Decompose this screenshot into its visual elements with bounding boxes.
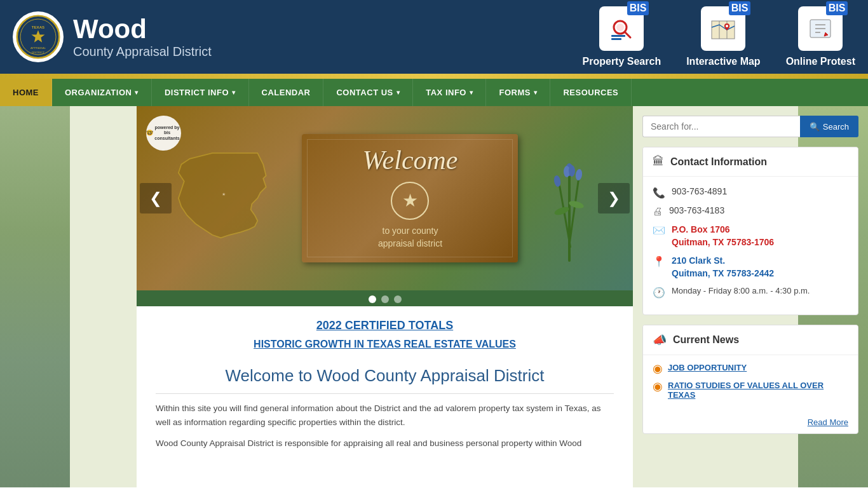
street-line1: 210 Clark St. (672, 255, 725, 266)
news-card-header: 📣 Current News (643, 325, 858, 355)
svg-text:DISTRICT: DISTRICT (32, 51, 44, 54)
property-search-label: Property Search (583, 56, 661, 67)
slide-prev-button[interactable]: ❮ (140, 183, 172, 214)
svg-text:TEXAS: TEXAS (32, 25, 44, 29)
contact-info-card: 🏛 Contact Information 📞 903-763-4891 🖨 9… (642, 147, 858, 315)
certified-totals-link[interactable]: 2022 CERTIFIED TOTALS (156, 319, 614, 332)
street-address-link[interactable]: 210 Clark St. Quitman, TX 75783-2442 (672, 255, 774, 280)
svg-rect-13 (712, 21, 735, 39)
main-content-area: 🤓 powered bybis consultants ★ Welcome ★ (137, 106, 633, 487)
online-protest-label: Online Protest (786, 56, 855, 67)
nav-calendar[interactable]: CALENDAR (249, 79, 324, 106)
bis-badge-property: BIS (627, 1, 649, 15)
welcome-subtext: to your county appraisal district (378, 225, 442, 250)
svg-point-8 (616, 24, 624, 31)
location-icon: 📍 (653, 255, 665, 268)
chevron-down-icon: ▾ (534, 89, 538, 96)
nav-resources[interactable]: RESOURCES (550, 79, 632, 106)
slide-dots (137, 290, 633, 306)
news-bullet-1: ◉ (653, 363, 663, 374)
clock-icon: 🕐 (653, 287, 665, 299)
svg-text:APPRAISAL: APPRAISAL (31, 46, 46, 50)
slide-next-button[interactable]: ❯ (598, 183, 630, 214)
svg-point-30 (553, 175, 562, 187)
megaphone-icon: 📣 (653, 333, 667, 347)
po-box-link[interactable]: P.O. Box 1706 Quitman, TX 75783-1706 (672, 224, 774, 248)
slide-dot-2[interactable] (381, 295, 389, 303)
search-input[interactable] (642, 116, 800, 137)
interactive-map-label: Interactive Map (686, 56, 760, 67)
interactive-map-link[interactable]: BIS Interactive Map (686, 6, 760, 67)
fax-number: 903-763-4183 (669, 205, 724, 215)
slideshow: 🤓 powered bybis consultants ★ Welcome ★ (137, 106, 633, 306)
star-emblem: ★ (391, 182, 429, 220)
phone-number: 903-763-4891 (672, 186, 727, 196)
po-box-line1: P.O. Box 1706 (672, 224, 730, 234)
phone-row: 📞 903-763-4891 (653, 186, 848, 199)
welcome-heading: Welcome (362, 147, 458, 173)
svg-text:★: ★ (222, 192, 226, 197)
nav-tax-info[interactable]: TAX INFO▾ (413, 79, 486, 106)
pobox-row: ✉️ P.O. Box 1706 Quitman, TX 75783-1706 (653, 224, 848, 248)
news-item-2: ◉ RATIO STUDIES OF VALUES ALL OVER TEXAS (653, 381, 848, 400)
news-card: 📣 Current News ◉ JOB OPPORTUNITY ◉ RATIO… (642, 325, 858, 434)
address-row: 📍 210 Clark St. Quitman, TX 75783-2442 (653, 255, 848, 280)
property-search-link[interactable]: BIS Property Search (583, 6, 661, 67)
svg-rect-24 (568, 173, 571, 262)
growth-link[interactable]: HISTORIC GROWTH IN TEXAS REAL ESTATE VAL… (156, 339, 614, 350)
main-para-1: Within this site you will find general i… (156, 402, 614, 429)
contact-card-body: 📞 903-763-4891 🖨 903-763-4183 ✉️ P.O. Bo… (643, 177, 858, 315)
slide-dot-1[interactable] (369, 295, 376, 303)
site-subtitle: County Appraisal District (73, 44, 212, 59)
bluebonnets-decoration (539, 135, 603, 262)
right-sidebar: 🔍 Search 🏛 Contact Information 📞 903-763… (633, 106, 868, 487)
chevron-down-icon: ▾ (397, 89, 400, 96)
bis-badge-protest: BIS (826, 1, 848, 15)
search-box: 🔍 Search (642, 116, 858, 137)
po-box-line2: Quitman, TX 75783-1706 (672, 237, 774, 247)
site-title: Wood (73, 15, 212, 44)
contact-card-header: 🏛 Contact Information (643, 147, 858, 177)
svg-point-29 (569, 165, 575, 177)
mail-icon: ✉️ (653, 224, 665, 236)
search-button[interactable]: 🔍 Search (800, 116, 858, 137)
bis-logo-slide: 🤓 powered bybis consultants (146, 116, 181, 151)
read-more-section: Read More (643, 414, 858, 433)
nav-organization[interactable]: ORGANIZATION▾ (52, 79, 152, 106)
news-bullet-2: ◉ (653, 381, 663, 392)
nav-contact[interactable]: CONTACT US▾ (323, 79, 413, 106)
street-line2: Quitman, TX 75783-2442 (672, 268, 774, 278)
bis-badge-map: BIS (729, 1, 751, 15)
svg-point-32 (553, 205, 570, 217)
nav-home[interactable]: HOME (0, 79, 52, 106)
texas-shape: ★ (166, 147, 281, 249)
chevron-down-icon: ▾ (135, 89, 139, 96)
slide-dot-3[interactable] (394, 295, 402, 303)
fax-icon: 🖨 (653, 206, 663, 217)
header: TEXAS APPRAISAL DISTRICT Wood County App… (0, 0, 868, 74)
news-item-1: ◉ JOB OPPORTUNITY (653, 363, 848, 374)
main-nav: HOME ORGANIZATION▾ DISTRICT INFO▾ CALEND… (0, 79, 868, 106)
news-link-1[interactable]: JOB OPPORTUNITY (668, 363, 747, 372)
fax-row: 🖨 903-763-4183 (653, 205, 848, 217)
svg-rect-11 (611, 38, 621, 40)
svg-point-31 (575, 168, 583, 180)
read-more-link[interactable]: Read More (808, 417, 848, 427)
phone-icon: 📞 (653, 187, 665, 199)
welcome-district-heading: Welcome to Wood County Appraisal Distric… (156, 366, 614, 394)
contact-card-title: Contact Information (670, 156, 767, 168)
news-card-title: Current News (673, 334, 739, 346)
online-protest-link[interactable]: BIS Online Protest (786, 6, 855, 67)
main-para-2: Wood County Appraisal District is respon… (156, 437, 614, 451)
chevron-down-icon: ▾ (232, 89, 236, 96)
search-icon: 🔍 (810, 122, 820, 132)
gold-bar (0, 74, 868, 79)
office-hours: Monday - Friday 8:00 a.m. - 4:30 p.m. (672, 286, 810, 295)
nav-forms[interactable]: FORMS▾ (486, 79, 550, 106)
nav-district-info[interactable]: DISTRICT INFO▾ (152, 79, 249, 106)
logo: TEXAS APPRAISAL DISTRICT (13, 11, 64, 62)
hours-row: 🕐 Monday - Friday 8:00 a.m. - 4:30 p.m. (653, 286, 848, 299)
welcome-banner: Welcome ★ to your county appraisal distr… (302, 134, 518, 262)
news-card-body: ◉ JOB OPPORTUNITY ◉ RATIO STUDIES OF VAL… (643, 355, 858, 414)
news-link-2[interactable]: RATIO STUDIES OF VALUES ALL OVER TEXAS (668, 381, 848, 400)
